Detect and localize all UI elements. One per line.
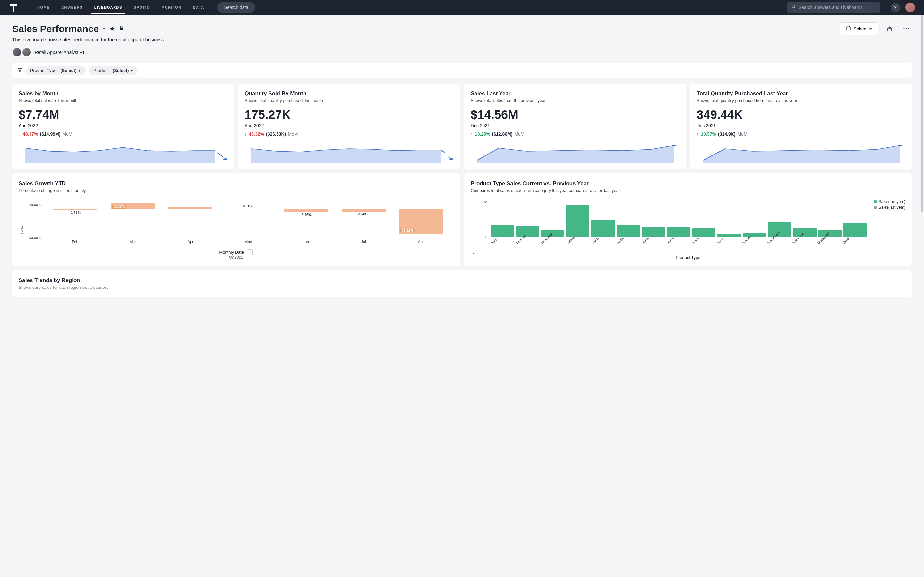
x-tick: Jul: [334, 240, 393, 244]
legend-dot-icon: [874, 200, 877, 203]
nav-data[interactable]: DATA: [193, 1, 204, 14]
y-tick: 0: [485, 235, 487, 239]
nav-liveboards[interactable]: LIVEBOARDS: [94, 1, 122, 14]
nav-home[interactable]: HOME: [37, 1, 50, 14]
growth-bar-label: -1.78%: [46, 211, 104, 214]
x-tick: Aug: [393, 240, 450, 244]
card-sales-growth-ytd[interactable]: Sales Growth YTD Percentage change in sa…: [12, 173, 460, 266]
filter-icon[interactable]: [17, 67, 23, 74]
x-tick: Mar: [104, 240, 162, 244]
chart-title: Sales Growth YTD: [19, 181, 453, 187]
chart-xlabel: Product Type: [471, 255, 905, 260]
kpi-delta-mom: MoM: [514, 131, 524, 137]
kpi-delta-pct: 13.28%: [475, 131, 490, 137]
lock-icon[interactable]: [119, 25, 124, 32]
scrollbar-thumb[interactable]: [921, 15, 923, 211]
x-tick: Apr: [162, 240, 220, 244]
kpi-delta-pct: 46.32%: [249, 131, 264, 137]
kpi-delta-mom: MoM: [737, 131, 747, 137]
more-options-button[interactable]: [901, 23, 912, 34]
kpi-subtitle: Shows total quantity purchased this mont…: [245, 98, 454, 103]
kpi-sparkline: [245, 142, 454, 163]
x-tick: Feb: [46, 240, 104, 244]
kpi-title: Total Quantity Purchased Last Year: [697, 90, 906, 97]
chart-title: Product Type Sales Current vs. Previous …: [471, 181, 905, 187]
chart-footer-sub: for 2022: [19, 255, 453, 259]
kpi-card-quantity-sold[interactable]: Quantity Sold By Month Shows total quant…: [238, 84, 460, 169]
kpi-delta-mom: MoM: [62, 131, 72, 137]
authors-text: Retail Apparel Analyst +1: [35, 50, 85, 55]
arrow-up-icon: ↑: [471, 131, 473, 137]
kpi-title: Quantity Sold By Month: [245, 90, 454, 97]
arrow-down-icon: ↓: [245, 131, 247, 137]
arrow-up-icon: ↑: [697, 131, 699, 137]
kpi-delta-paren: ($12.86M): [492, 131, 512, 137]
author-avatar[interactable]: [22, 47, 31, 57]
growth-bar[interactable]: [284, 209, 328, 212]
chevron-down-icon: ▼: [78, 69, 81, 73]
svg-point-17: [897, 145, 902, 147]
kpi-delta: ↑ 13.28% ($12.86M) MoM: [471, 131, 680, 137]
favorite-button[interactable]: ★: [110, 25, 115, 32]
chart-subtitle: Shows daily sales for each region last 2…: [19, 285, 905, 290]
schedule-button[interactable]: Schedule: [840, 23, 879, 35]
growth-bar[interactable]: [53, 209, 97, 210]
top-nav: HOME ANSWERS LIVEBOARDS SPOTIQ MONITOR D…: [0, 0, 924, 15]
global-search[interactable]: [787, 2, 880, 13]
kpi-title: Sales by Month: [19, 90, 228, 97]
kpi-card-sales-by-month[interactable]: Sales by Month Shows total sales for thi…: [12, 84, 234, 169]
nav-answers[interactable]: ANSWERS: [61, 1, 83, 14]
svg-rect-1: [13, 4, 15, 11]
growth-bar[interactable]: [342, 209, 386, 211]
growth-bar[interactable]: [168, 207, 212, 209]
nav-monitor[interactable]: MONITOR: [162, 1, 181, 14]
filter-chip-value: (Select): [113, 68, 129, 73]
kpi-delta-pct: 48.37%: [23, 131, 38, 137]
legend-item[interactable]: Sales(this year): [874, 199, 905, 204]
user-avatar[interactable]: [905, 3, 915, 12]
help-button[interactable]: ?: [891, 3, 900, 12]
kpi-period: Dec 2021: [471, 123, 680, 128]
global-search-input[interactable]: [798, 5, 876, 10]
svg-rect-6: [846, 27, 851, 30]
author-avatar[interactable]: [12, 47, 22, 57]
kpi-card-quantity-last-year[interactable]: Total Quantity Purchased Last Year Shows…: [690, 84, 912, 169]
sort-asc-icon[interactable]: ↑: [247, 250, 253, 255]
legend-dot-icon: [874, 206, 877, 209]
share-button[interactable]: [884, 23, 895, 34]
nav-spotiq[interactable]: SPOTIQ: [134, 1, 150, 14]
kpi-sparkline: [697, 142, 906, 163]
svg-point-16: [671, 145, 676, 147]
calendar-icon: [846, 26, 851, 32]
svg-line-4: [795, 7, 795, 8]
kpi-period: Aug 2022: [245, 123, 454, 128]
kpi-subtitle: Shows total sales for this month: [19, 98, 228, 103]
growth-bar-label: -5.48%: [334, 212, 393, 216]
app-logo[interactable]: [9, 3, 18, 12]
card-sales-trends-region[interactable]: Sales Trends by Region Shows daily sales…: [12, 270, 912, 298]
svg-point-11: [903, 28, 905, 29]
svg-point-2: [13, 10, 14, 11]
y-tick: 32M: [481, 200, 487, 204]
scrollbar[interactable]: [921, 15, 923, 305]
kpi-card-sales-last-year[interactable]: Sales Last Year Shows total sales from t…: [464, 84, 686, 169]
authors-row: Retail Apparel Analyst +1: [12, 47, 912, 57]
kpi-subtitle: Shows total quantity purchased from the …: [697, 98, 906, 103]
kpi-delta-paren: ($14.99M): [40, 131, 60, 137]
nav-items: HOME ANSWERS LIVEBOARDS SPOTIQ MONITOR D…: [37, 1, 204, 14]
kpi-period: Dec 2021: [697, 123, 906, 128]
filter-chip-product-type[interactable]: Product Type (Select) ▼: [26, 66, 86, 75]
kpi-delta-pct: 10.97%: [701, 131, 716, 137]
page-subtitle: This Liveboard shows sales performance f…: [12, 37, 912, 42]
svg-rect-5: [120, 27, 123, 30]
growth-bar-label: 13.22%: [112, 205, 126, 209]
legend-item[interactable]: Sales(last year): [874, 205, 905, 210]
filter-chip-product[interactable]: Product (Select) ▼: [89, 66, 138, 75]
kpi-delta-paren: (314.9K): [718, 131, 735, 137]
search-data-pill[interactable]: Search data: [217, 2, 256, 13]
card-product-type-sales[interactable]: Product Type Sales Current vs. Previous …: [464, 173, 912, 266]
kpi-sparkline: [19, 142, 228, 163]
title-dropdown-icon[interactable]: ▼: [102, 27, 106, 31]
y-tick: 20.00%: [29, 203, 41, 207]
arrow-down-icon: ↓: [19, 131, 21, 137]
